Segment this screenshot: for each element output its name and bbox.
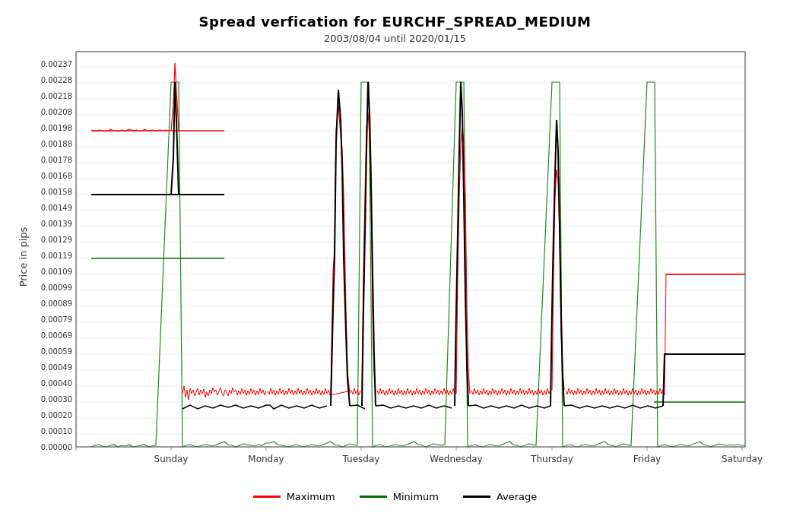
legend-average: Average [463, 491, 537, 502]
chart-legend: Maximum Minimum Average [0, 491, 790, 502]
x-label-saturday: Saturday [721, 454, 762, 464]
svg-text:0.00208: 0.00208 [40, 108, 71, 116]
svg-text:0.00158: 0.00158 [40, 188, 71, 196]
legend-average-label: Average [497, 491, 537, 502]
x-label-thursday: Thursday [530, 454, 573, 464]
x-label-tuesday: Tuesday [341, 454, 379, 464]
chart-container: Spread verfication for EURCHF_SPREAD_MED… [0, 0, 790, 532]
svg-text:0.00109: 0.00109 [40, 268, 71, 276]
svg-text:0.00139: 0.00139 [40, 220, 71, 228]
legend-maximum: Maximum [253, 491, 335, 502]
svg-text:0.00059: 0.00059 [40, 347, 71, 356]
chart-title: Spread verfication for EURCHF_SPREAD_MED… [0, 0, 790, 30]
legend-average-line [463, 496, 490, 498]
svg-text:0.00237: 0.00237 [40, 60, 71, 68]
y-axis-label: Price in pips [17, 226, 29, 287]
svg-text:0.00119: 0.00119 [40, 252, 71, 260]
svg-text:0.00010: 0.00010 [40, 427, 71, 435]
legend-minimum-label: Minimum [393, 491, 439, 502]
svg-text:0.00099: 0.00099 [40, 283, 71, 292]
x-label-sunday: Sunday [154, 454, 188, 464]
legend-minimum-line [360, 496, 387, 498]
svg-text:0.00069: 0.00069 [40, 331, 71, 340]
svg-text:0.00218: 0.00218 [40, 92, 71, 100]
x-label-friday: Friday [633, 454, 660, 464]
svg-text:0.00079: 0.00079 [40, 315, 71, 324]
svg-text:0.00129: 0.00129 [40, 236, 71, 244]
svg-text:0.00020: 0.00020 [40, 411, 71, 420]
legend-minimum: Minimum [360, 491, 439, 502]
x-label-wednesday: Wednesday [430, 454, 482, 464]
svg-text:0.00089: 0.00089 [40, 299, 71, 308]
svg-text:0.00049: 0.00049 [40, 363, 71, 372]
svg-text:0.00040: 0.00040 [40, 379, 71, 388]
svg-text:0.00030: 0.00030 [40, 395, 71, 404]
chart-subtitle: 2003/08/04 until 2020/01/15 [0, 33, 790, 44]
svg-text:0.00178: 0.00178 [40, 156, 71, 164]
svg-text:0.00198: 0.00198 [40, 124, 71, 132]
legend-maximum-label: Maximum [287, 491, 335, 502]
svg-text:0.00149: 0.00149 [40, 204, 71, 212]
svg-text:0.00000: 0.00000 [40, 443, 71, 451]
svg-text:0.00168: 0.00168 [40, 172, 71, 180]
x-label-monday: Monday [248, 454, 284, 464]
svg-text:0.00228: 0.00228 [40, 76, 71, 84]
legend-maximum-line [253, 496, 281, 498]
main-chart: 0.00000 0.00010 0.00020 0.00030 0.00040 … [15, 44, 776, 485]
svg-text:0.00188: 0.00188 [40, 140, 71, 148]
